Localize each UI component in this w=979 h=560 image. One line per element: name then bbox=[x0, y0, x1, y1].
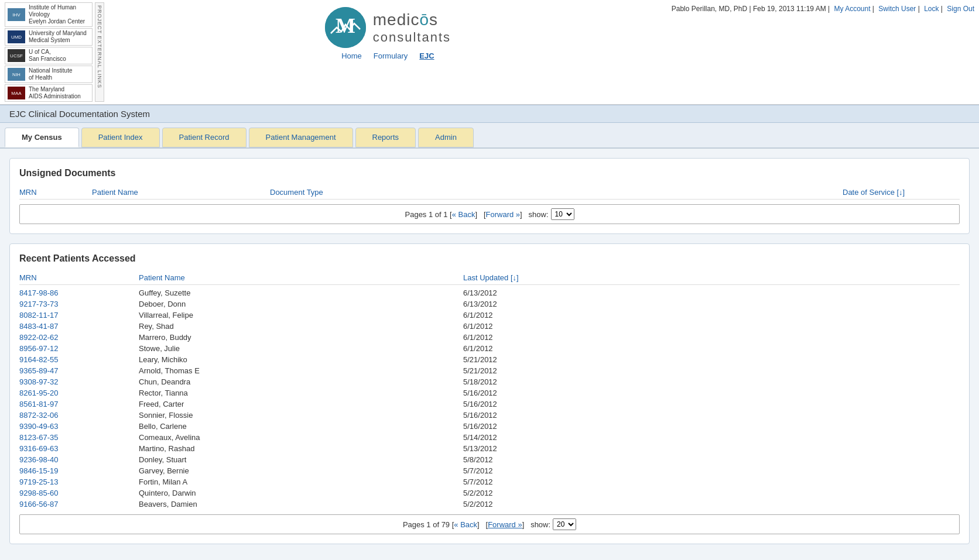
mrn-link[interactable]: 9846-15-19 bbox=[19, 466, 136, 475]
unsigned-doc-type-header[interactable]: Document Type bbox=[270, 188, 840, 197]
patient-name: Rey, Shad bbox=[139, 322, 461, 331]
table-row: 9166-56-87 Beavers, Damien 5/2/2012 bbox=[19, 499, 960, 510]
patient-name: Leary, Michiko bbox=[139, 355, 461, 364]
last-updated: 5/16/2012 bbox=[463, 400, 960, 408]
tab-patient-record[interactable]: Patient Record bbox=[162, 128, 247, 147]
user-info: Pablo Perillan, MD, PhD | Feb 19, 2013 1… bbox=[672, 5, 830, 13]
last-updated: 5/8/2012 bbox=[463, 455, 960, 464]
mrn-link[interactable]: 8922-02-62 bbox=[19, 333, 136, 342]
mrn-link[interactable]: 8082-11-17 bbox=[19, 311, 136, 319]
mrn-link[interactable]: 9298-85-60 bbox=[19, 489, 136, 497]
mrn-link[interactable]: 9308-97-32 bbox=[19, 377, 136, 386]
last-updated: 6/1/2012 bbox=[463, 322, 960, 331]
mrn-link[interactable]: 9236-98-40 bbox=[19, 455, 136, 464]
patient-name: Comeaux, Avelina bbox=[139, 433, 461, 442]
patient-name: Fortin, Milan A bbox=[139, 477, 461, 486]
patient-name: Donley, Stuart bbox=[139, 455, 461, 464]
partner-logos: IHV Institute of Human VirologyEvelyn Jo… bbox=[5, 2, 93, 102]
switch-user-link[interactable]: Switch User bbox=[878, 5, 916, 13]
top-bar: IHV Institute of Human VirologyEvelyn Jo… bbox=[0, 0, 979, 105]
recent-last-updated-header[interactable]: Last Updated [↓] bbox=[463, 273, 960, 282]
last-updated: 6/1/2012 bbox=[463, 344, 960, 353]
last-updated: 5/16/2012 bbox=[463, 411, 960, 420]
brand-text: medicōs consultants bbox=[373, 10, 451, 45]
system-title: EJC Clinical Documentation System bbox=[9, 109, 150, 119]
patient-name: Martino, Rashad bbox=[139, 444, 461, 453]
mrn-link[interactable]: 9164-82-55 bbox=[19, 355, 136, 364]
recent-patients-rows: 8417-98-86 Guffey, Suzette 6/13/20129217… bbox=[19, 287, 960, 510]
logo-text-maa: The MarylandAIDS Administration bbox=[29, 86, 81, 100]
tab-admin[interactable]: Admin bbox=[418, 128, 474, 147]
mrn-link[interactable]: 8417-98-86 bbox=[19, 288, 136, 297]
unsigned-back-link[interactable]: « Back bbox=[452, 210, 475, 219]
nav-ejc[interactable]: EJC bbox=[419, 51, 434, 60]
tab-reports[interactable]: Reports bbox=[355, 128, 416, 147]
mrn-link[interactable]: 9365-89-47 bbox=[19, 366, 136, 375]
recent-forward-link[interactable]: Forward » bbox=[488, 520, 522, 529]
table-row: 9365-89-47 Arnold, Thomas E 5/21/2012 bbox=[19, 365, 960, 376]
last-updated: 5/7/2012 bbox=[463, 466, 960, 475]
mrn-link[interactable]: 8872-32-06 bbox=[19, 411, 136, 420]
logos-section: IHV Institute of Human VirologyEvelyn Jo… bbox=[5, 2, 104, 102]
logo-text-ihv: Institute of Human VirologyEvelyn Jordan… bbox=[29, 4, 90, 25]
lock-link[interactable]: Lock bbox=[924, 5, 939, 13]
table-row: 8561-81-97 Freed, Carter 5/16/2012 bbox=[19, 398, 960, 410]
logo-maa: MAA The MarylandAIDS Administration bbox=[5, 84, 93, 102]
recent-show-label: show: 20 10 50 bbox=[530, 518, 576, 530]
recent-patient-name-header[interactable]: Patient Name bbox=[139, 273, 461, 282]
mrn-link[interactable]: 8956-97-12 bbox=[19, 344, 136, 353]
tab-my-census[interactable]: My Census bbox=[5, 128, 79, 147]
last-updated: 5/21/2012 bbox=[463, 366, 960, 375]
table-row: 8956-97-12 Stowe, Julie 6/1/2012 bbox=[19, 343, 960, 354]
unsigned-docs-section: Unsigned Documents MRN Patient Name Docu… bbox=[9, 158, 970, 234]
last-updated: 5/16/2012 bbox=[463, 422, 960, 431]
unsigned-patient-name-header[interactable]: Patient Name bbox=[92, 188, 268, 197]
logo-icon-ucsf: UCSF bbox=[8, 49, 25, 62]
recent-mrn-header[interactable]: MRN bbox=[19, 273, 136, 282]
last-updated: 5/2/2012 bbox=[463, 489, 960, 497]
mrn-link[interactable]: 8123-67-35 bbox=[19, 433, 136, 442]
last-updated: 6/13/2012 bbox=[463, 300, 960, 308]
tab-patient-index[interactable]: Patient Index bbox=[81, 128, 160, 147]
tab-patient-management[interactable]: Patient Management bbox=[249, 128, 353, 147]
table-row: 9316-69-63 Martino, Rashad 5/13/2012 bbox=[19, 443, 960, 454]
patient-name: Garvey, Bernie bbox=[139, 466, 461, 475]
nav-home[interactable]: Home bbox=[341, 51, 362, 60]
mrn-link[interactable]: 9217-73-73 bbox=[19, 300, 136, 308]
mrn-link[interactable]: 9316-69-63 bbox=[19, 444, 136, 453]
brand-logo: M medicōs consultants bbox=[325, 7, 451, 48]
my-account-link[interactable]: My Account bbox=[834, 5, 871, 13]
unsigned-docs-title: Unsigned Documents bbox=[19, 168, 960, 178]
unsigned-mrn-header[interactable]: MRN bbox=[19, 188, 90, 197]
mrn-link[interactable]: 9390-49-63 bbox=[19, 422, 136, 431]
table-row: 8872-32-06 Sonnier, Flossie 5/16/2012 bbox=[19, 410, 960, 421]
mrn-link[interactable]: 8261-95-20 bbox=[19, 389, 136, 397]
main-nav: Home Formulary EJC bbox=[341, 51, 434, 60]
system-title-bar: EJC Clinical Documentation System bbox=[0, 105, 979, 123]
mrn-link[interactable]: 8561-81-97 bbox=[19, 400, 136, 408]
unsigned-show-label: show: 10 20 50 bbox=[529, 208, 574, 220]
unsigned-forward-link[interactable]: Forward » bbox=[486, 210, 521, 219]
mrn-link[interactable]: 8483-41-87 bbox=[19, 322, 136, 331]
table-row: 8483-41-87 Rey, Shad 6/1/2012 bbox=[19, 321, 960, 332]
mrn-link[interactable]: 9719-25-13 bbox=[19, 477, 136, 486]
unsigned-show-select[interactable]: 10 20 50 bbox=[551, 208, 574, 220]
unsigned-docs-headers: MRN Patient Name Document Type Date of S… bbox=[19, 185, 960, 200]
recent-patients-title: Recent Patients Accessed bbox=[19, 253, 960, 264]
sign-out-link[interactable]: Sign Out bbox=[947, 5, 974, 13]
top-right-bar: Pablo Perillan, MD, PhD | Feb 19, 2013 1… bbox=[672, 2, 974, 15]
unsigned-date-service-header[interactable]: Date of Service [↓] bbox=[843, 188, 960, 197]
unsigned-pagination-bar: Pages 1 of 1 [« Back] [Forward »] show: … bbox=[19, 204, 960, 224]
recent-patients-headers: MRN Patient Name Last Updated [↓] bbox=[19, 271, 960, 285]
nav-formulary[interactable]: Formulary bbox=[374, 51, 408, 60]
table-row: 8417-98-86 Guffey, Suzette 6/13/2012 bbox=[19, 287, 960, 298]
logo-icon-maa: MAA bbox=[8, 87, 25, 99]
tab-navigation: My CensusPatient IndexPatient RecordPati… bbox=[0, 123, 979, 149]
patient-name: Quintero, Darwin bbox=[139, 489, 461, 497]
mrn-link[interactable]: 9166-56-87 bbox=[19, 500, 136, 509]
project-external-label: PROJECT EXTERNAL LINKS bbox=[95, 2, 104, 102]
recent-show-select[interactable]: 20 10 50 bbox=[553, 518, 576, 530]
table-row: 8082-11-17 Villarreal, Felipe 6/1/2012 bbox=[19, 310, 960, 321]
patient-name: Bello, Carlene bbox=[139, 422, 461, 431]
recent-back-link[interactable]: « Back bbox=[454, 520, 477, 529]
